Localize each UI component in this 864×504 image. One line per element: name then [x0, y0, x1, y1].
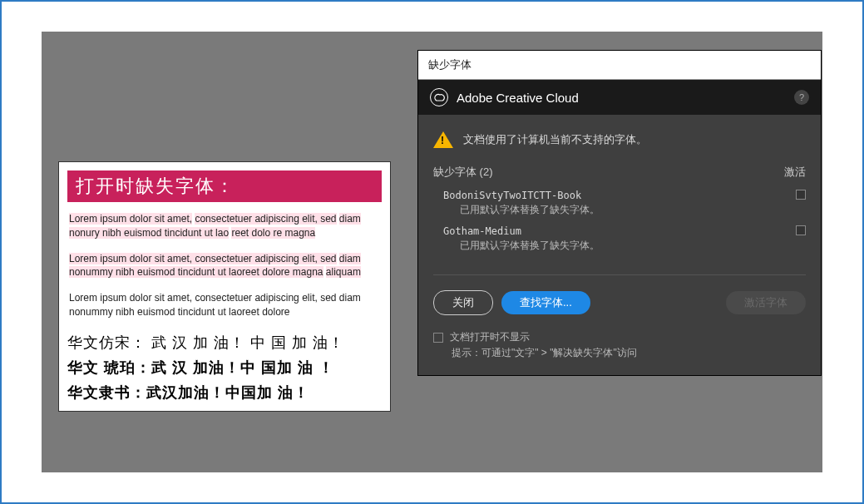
font-msg: 已用默认字体替换了缺失字体。: [443, 237, 806, 253]
activate-fonts-button: 激活字体: [726, 291, 806, 314]
doc-cn-lines: 华文仿宋： 武 汉 加 油！ 中 国 加 油！ 华文 琥珀：武 汉 加油！中 国…: [67, 333, 382, 403]
creative-cloud-icon: [430, 88, 448, 106]
font-list-header: 缺少字体 (2) 激活: [418, 160, 821, 185]
creative-cloud-label: Adobe Creative Cloud: [457, 91, 579, 105]
cn-line-3: 华文隶书：武汉加油！中国加 油！: [67, 383, 382, 403]
font-msg: 已用默认字体替换了缺失字体。: [443, 201, 806, 217]
font-name: Gotham-Medium: [443, 225, 806, 237]
doc-paragraph-3: Lorem ipsum dolor sit amet, consectetuer…: [67, 289, 382, 321]
dialog-titlebar[interactable]: 缺少字体: [418, 51, 821, 80]
find-fonts-button[interactable]: 查找字体...: [501, 291, 590, 314]
font-item[interactable]: Gotham-Medium 已用默认字体替换了缺失字体。: [433, 220, 806, 256]
list-header-left: 缺少字体 (2): [433, 165, 493, 180]
dialog-buttons: 关闭 查找字体... 激活字体: [418, 275, 821, 330]
warning-row: 文档使用了计算机当前不支持的字体。: [418, 115, 821, 160]
doc-paragraph-2: Lorem ipsum dolor sit amet, consectetuer…: [67, 250, 382, 282]
warning-icon: [433, 131, 453, 148]
font-list: BodoniSvtyTwoITCTT-Book 已用默认字体替换了缺失字体。 G…: [418, 185, 821, 263]
cn-line-2: 华文 琥珀：武 汉 加油！中 国加 油 ！: [67, 358, 382, 378]
font-name: BodoniSvtyTwoITCTT-Book: [443, 190, 806, 201]
font-item[interactable]: BodoniSvtyTwoITCTT-Book 已用默认字体替换了缺失字体。: [433, 185, 806, 220]
activate-checkbox[interactable]: [796, 225, 806, 235]
doc-paragraph-1: Lorem ipsum dolor sit amet, consectetuer…: [67, 210, 382, 242]
dialog-footer: 文档打开时不显示 提示：可通过"文字" > "解决缺失字体"访问: [418, 330, 821, 375]
workspace-canvas: 打开时缺失字体： Lorem ipsum dolor sit amet, con…: [42, 32, 822, 472]
document-preview: 打开时缺失字体： Lorem ipsum dolor sit amet, con…: [58, 161, 391, 412]
dont-show-label[interactable]: 文档打开时不显示: [450, 330, 530, 344]
close-button[interactable]: 关闭: [433, 290, 493, 315]
doc-title: 打开时缺失字体：: [67, 170, 382, 202]
cn-line-1: 华文仿宋： 武 汉 加 油！ 中 国 加 油！: [67, 333, 382, 353]
warning-text: 文档使用了计算机当前不支持的字体。: [463, 132, 647, 147]
list-header-right: 激活: [784, 165, 806, 180]
dont-show-checkbox[interactable]: [433, 333, 443, 343]
help-icon[interactable]: ?: [794, 90, 809, 105]
creative-cloud-bar: Adobe Creative Cloud ?: [418, 80, 821, 115]
missing-fonts-dialog: 缺少字体 Adobe Creative Cloud ? 文档使用了计算机当前不支…: [417, 50, 822, 376]
footer-hint: 提示：可通过"文字" > "解决缺失字体"访问: [433, 344, 806, 360]
activate-checkbox[interactable]: [796, 190, 806, 200]
